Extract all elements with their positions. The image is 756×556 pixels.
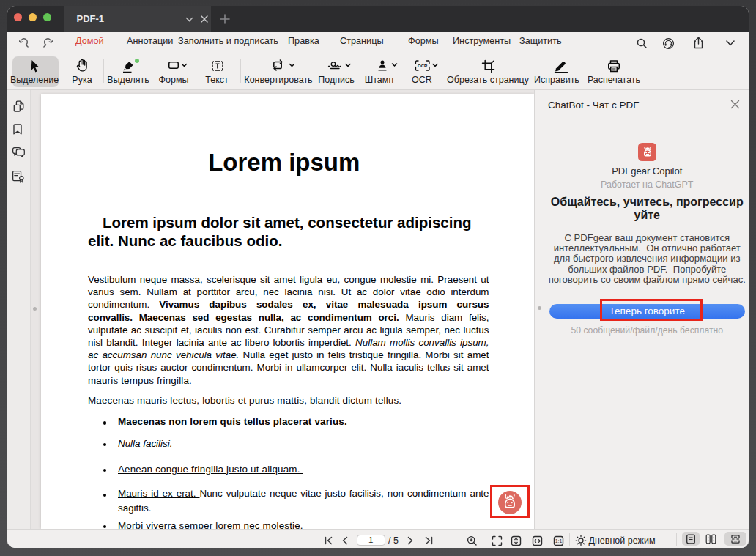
- svg-text:OCR: OCR: [418, 64, 428, 68]
- svg-text:1:1: 1:1: [555, 538, 563, 544]
